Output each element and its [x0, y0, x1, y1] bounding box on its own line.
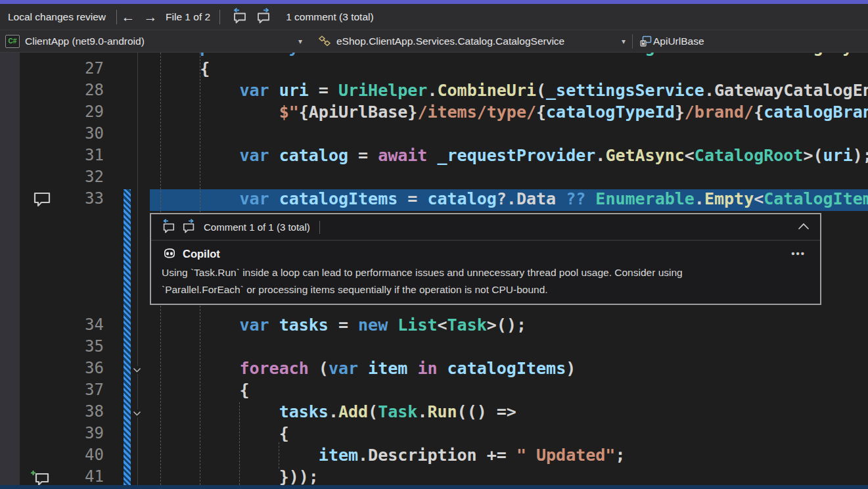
comment-overflow-menu-button[interactable]: ••• — [787, 250, 810, 258]
code-line-31[interactable]: var catalog = await _requestProvider.Get… — [160, 146, 868, 168]
project-dropdown-chevron-icon[interactable]: ▾ — [298, 37, 309, 46]
code-line-36[interactable]: foreach (var item in catalogItems) — [160, 359, 576, 381]
project-label: ClientApp (net9.0-android) — [25, 35, 145, 47]
code-line-28[interactable]: var uri = UriHelper.CombineUri(_settings… — [160, 81, 868, 103]
code-line-37[interactable]: { — [160, 381, 249, 402]
previous-comment-icon — [160, 219, 176, 235]
code-line-41[interactable]: })); — [160, 467, 319, 485]
code-line-40[interactable]: item.Description += " Updated"; — [160, 446, 625, 467]
code-line-38[interactable]: tasks.Add(Task.Run(() => — [160, 402, 516, 424]
comment-text-line2: `Parallel.ForEach` or processing items s… — [162, 284, 548, 295]
code-line-34[interactable]: var tasks = new List<Task>(); — [160, 315, 526, 337]
comment-author: Copilot — [183, 248, 220, 260]
next-comment-icon — [256, 8, 273, 26]
comment-text-line1: Using `Task.Run` inside a loop can lead … — [162, 267, 683, 278]
navbar-divider — [632, 34, 633, 49]
toolbar-divider — [219, 10, 220, 24]
code-line-29[interactable]: $"{ApiUrlBase}/items/type/{catalogTypeId… — [160, 103, 868, 124]
comment-indicator-icon[interactable] — [33, 191, 53, 209]
csharp-project-icon: C# — [5, 35, 20, 48]
previous-file-button[interactable]: ← — [117, 10, 139, 24]
field-lock-icon — [639, 35, 653, 47]
file-indicator: File 1 of 2 — [166, 11, 210, 23]
review-toolbar: Local changes review ← → File 1 of 2 — [0, 4, 868, 30]
navigation-bar: C# ClientApp (net9.0-android) ▾ eShop.Cl… — [0, 30, 868, 53]
add-comment-icon[interactable] — [30, 470, 50, 485]
code-line-27[interactable]: { — [160, 59, 210, 81]
review-title: Local changes review — [8, 11, 106, 23]
next-comment-button[interactable] — [256, 8, 273, 26]
fold-chevron-icon[interactable] — [131, 366, 143, 374]
code-line-partial[interactable]: public async Task<ObservableCollection<C… — [160, 53, 868, 59]
comments-summary: 1 comment (3 total) — [286, 11, 374, 23]
code-editor[interactable]: 272829303132333435363738394041 public as… — [0, 53, 868, 485]
next-file-button[interactable]: → — [139, 10, 162, 24]
type-selector[interactable]: eShop.ClientApp.Services.Catalog.Catalog… — [318, 30, 632, 52]
type-label: eShop.ClientApp.Services.Catalog.Catalog… — [336, 35, 564, 47]
type-dropdown-chevron-icon[interactable]: ▾ — [622, 37, 632, 46]
comment-author-row: Copilot ••• — [162, 244, 810, 263]
previous-comment-icon — [231, 8, 248, 26]
member-label: ApiUrlBase — [653, 35, 704, 47]
code-line-33[interactable]: var catalogItems = catalog?.Data ?? Enum… — [160, 189, 868, 211]
copilot-icon — [162, 246, 177, 261]
member-selector[interactable]: ApiUrlBase — [639, 35, 704, 47]
code-line-39[interactable]: { — [160, 424, 289, 446]
project-selector[interactable]: C# ClientApp (net9.0-android) ▾ — [5, 30, 309, 52]
comment-panel: Comment 1 of 1 (3 total) — [150, 213, 821, 305]
previous-comment-button[interactable] — [231, 8, 248, 26]
chevron-up-icon — [798, 222, 810, 232]
header-divider — [319, 221, 320, 234]
comment-panel-body: Copilot ••• Using `Task.Run` inside a lo… — [151, 241, 820, 298]
previous-comment-button[interactable] — [160, 219, 176, 235]
window-bottom-accent-border — [0, 485, 868, 489]
comment-text: Using `Task.Run` inside a loop can lead … — [162, 264, 810, 298]
vs-local-changes-review-window: Local changes review ← → File 1 of 2 — [0, 0, 868, 489]
next-comment-icon — [181, 219, 197, 235]
class-icon — [318, 35, 331, 47]
next-comment-button[interactable] — [181, 219, 197, 235]
comment-panel-header: Comment 1 of 1 (3 total) — [151, 214, 820, 241]
comment-counter-label: Comment 1 of 1 (3 total) — [204, 221, 310, 233]
fold-chevron-icon[interactable] — [131, 409, 143, 417]
collapse-panel-button[interactable] — [796, 221, 811, 233]
